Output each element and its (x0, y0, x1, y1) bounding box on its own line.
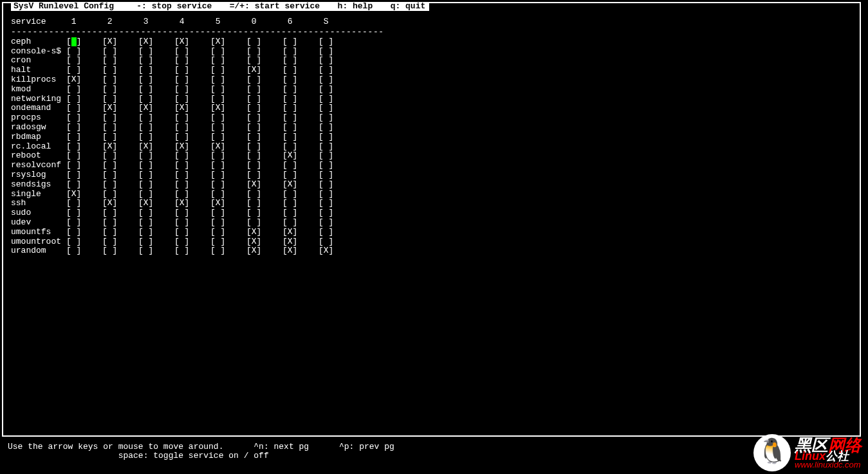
runlevel-cell[interactable]: [X] (174, 199, 210, 208)
runlevel-cell[interactable]: [ ] (174, 85, 210, 94)
runlevel-cell[interactable]: [ ] (66, 246, 102, 255)
runlevel-cell[interactable]: [ ] (174, 113, 210, 122)
runlevel-cell[interactable]: [ ] (210, 85, 246, 94)
runlevel-cell[interactable]: [ ] (138, 95, 174, 104)
runlevel-cell[interactable]: [ ] (210, 95, 246, 104)
runlevel-cell[interactable]: [ ] (66, 161, 102, 170)
runlevel-cell[interactable]: [ ] (174, 75, 210, 84)
runlevel-cell[interactable]: [X] (138, 142, 174, 151)
runlevel-cell[interactable]: [ ] (319, 180, 355, 189)
runlevel-cell[interactable]: [ ] (246, 190, 282, 199)
runlevel-cell[interactable]: [ ] (102, 95, 138, 104)
runlevel-cell[interactable]: [ ] (319, 75, 355, 84)
runlevel-cell[interactable]: [ ] (319, 85, 355, 94)
runlevel-cell[interactable]: [ ] (282, 132, 319, 141)
runlevel-cell[interactable]: [ ] (282, 56, 319, 65)
runlevel-cell[interactable]: [ ] (66, 218, 102, 227)
runlevel-cell[interactable]: [ ] (319, 123, 355, 132)
runlevel-cell[interactable]: [ ] (319, 37, 355, 46)
runlevel-cell[interactable]: [X] (282, 246, 319, 255)
runlevel-cell[interactable]: [ ] (102, 218, 138, 227)
runlevel-cell[interactable]: [ ] (282, 218, 319, 227)
runlevel-cell[interactable]: [ ] (138, 132, 174, 141)
runlevel-cell[interactable]: [ ] (210, 170, 246, 179)
runlevel-cell[interactable]: [ ] (66, 132, 102, 141)
runlevel-cell[interactable]: [ ] (66, 113, 102, 122)
runlevel-cell[interactable]: [ ] (102, 132, 138, 141)
runlevel-cell[interactable]: [ ] (210, 47, 246, 56)
runlevel-cell[interactable]: [ ] (210, 113, 246, 122)
runlevel-cell[interactable]: [X] (138, 199, 174, 208)
runlevel-cell[interactable]: [ ] (102, 208, 138, 217)
runlevel-cell[interactable]: [ ] (246, 37, 282, 46)
runlevel-cell[interactable]: [X] (282, 180, 319, 189)
service-row[interactable]: resolvconf[ ][ ][ ][ ][ ][ ][ ][ ] (11, 161, 852, 170)
runlevel-cell[interactable]: [ ] (66, 142, 102, 151)
runlevel-cell[interactable]: [ ] (282, 190, 319, 199)
runlevel-cell[interactable]: [ ] (210, 190, 246, 199)
runlevel-cell[interactable]: [X] (66, 190, 102, 199)
runlevel-cell[interactable]: [ ] (102, 113, 138, 122)
service-row[interactable]: rc.local[ ][X][X][X][X][ ][ ][ ] (11, 141, 852, 151)
service-row[interactable]: umountfs[ ][ ][ ][ ][ ][X][X][ ] (11, 228, 852, 237)
runlevel-cell[interactable]: [ ] (174, 237, 210, 246)
runlevel-cell[interactable]: [X] (282, 237, 319, 246)
service-row[interactable]: sudo[ ][ ][ ][ ][ ][ ][ ][ ] (11, 208, 852, 218)
runlevel-cell[interactable]: [ ] (66, 170, 102, 179)
runlevel-cell[interactable]: [ ] (138, 218, 174, 227)
service-row[interactable]: kmod[ ][ ][ ][ ][ ][ ][ ][ ] (11, 85, 852, 95)
runlevel-cell[interactable]: [X] (282, 151, 319, 160)
runlevel-cell[interactable]: [ ] (174, 95, 210, 104)
runlevel-cell[interactable]: [ ] (66, 228, 102, 237)
runlevel-cell[interactable]: [ ] (319, 208, 355, 217)
runlevel-cell[interactable]: [ ] (102, 180, 138, 189)
runlevel-cell[interactable]: [ ] (246, 218, 282, 227)
runlevel-cell[interactable]: [ ] (282, 104, 319, 113)
runlevel-cell[interactable]: [ ] (319, 151, 355, 160)
runlevel-cell[interactable]: [ ] (138, 170, 174, 179)
runlevel-cell[interactable]: [ ] (319, 228, 355, 237)
service-row[interactable]: rsyslog[ ][ ][ ][ ][ ][ ][ ][ ] (11, 170, 852, 180)
runlevel-cell[interactable]: [ ] (246, 170, 282, 179)
service-row[interactable]: umountroot[ ][ ][ ][ ][ ][X][X][ ] (11, 237, 852, 246)
service-row[interactable]: halt[ ][ ][ ][ ][ ][X][ ][ ] (11, 66, 852, 75)
runlevel-cell[interactable]: [X] (174, 37, 210, 46)
runlevel-cell[interactable]: [ ] (66, 208, 102, 217)
runlevel-cell[interactable]: [X] (319, 246, 355, 255)
runlevel-cell[interactable]: [ ] (246, 104, 282, 113)
service-row[interactable]: ondemand[ ][X][X][X][X][ ][ ][ ] (11, 104, 852, 113)
runlevel-cell[interactable]: [X] (66, 75, 102, 84)
runlevel-cell[interactable]: [X] (210, 199, 246, 208)
runlevel-cell[interactable]: [ ] (174, 218, 210, 227)
runlevel-cell[interactable]: [X] (246, 66, 282, 75)
runlevel-cell[interactable]: [ ] (319, 56, 355, 65)
runlevel-cell[interactable]: [ ] (102, 228, 138, 237)
runlevel-cell[interactable]: [ ] (138, 113, 174, 122)
runlevel-cell[interactable]: [ ] (174, 208, 210, 217)
service-row[interactable]: networking[ ][ ][ ][ ][ ][ ][ ][ ] (11, 94, 852, 104)
service-row[interactable]: single[X][ ][ ][ ][ ][ ][ ][ ] (11, 189, 852, 199)
runlevel-cell[interactable]: [ ] (210, 151, 246, 160)
runlevel-cell[interactable]: [ ] (319, 199, 355, 208)
runlevel-cell[interactable]: [ ] (319, 66, 355, 75)
runlevel-cell[interactable]: [ ] (210, 237, 246, 246)
runlevel-cell[interactable]: [ ] (246, 113, 282, 122)
service-row[interactable]: radosgw[ ][ ][ ][ ][ ][ ][ ][ ] (11, 123, 852, 132)
runlevel-cell[interactable]: [ ] (66, 85, 102, 94)
runlevel-cell[interactable]: [ ] (319, 190, 355, 199)
runlevel-cell[interactable]: [ ] (66, 151, 102, 160)
runlevel-cell[interactable]: [ ] (246, 142, 282, 151)
runlevel-cell[interactable]: [ ] (102, 190, 138, 199)
runlevel-cell[interactable]: [X] (174, 142, 210, 151)
runlevel-cell[interactable]: [X] (246, 246, 282, 255)
runlevel-cell[interactable]: [ ] (138, 246, 174, 255)
runlevel-cell[interactable]: [ ] (282, 161, 319, 170)
runlevel-cell[interactable]: [ ] (246, 123, 282, 132)
runlevel-cell[interactable]: [ ] (319, 47, 355, 56)
runlevel-cell[interactable]: [ ] (174, 123, 210, 132)
service-row[interactable]: reboot[ ][ ][ ][ ][ ][ ][X][ ] (11, 151, 852, 161)
runlevel-cell[interactable]: [ ] (282, 75, 319, 84)
runlevel-cell[interactable]: [X] (138, 104, 174, 113)
runlevel-cell[interactable]: [ ] (210, 161, 246, 170)
service-row[interactable]: udev[ ][ ][ ][ ][ ][ ][ ][ ] (11, 218, 852, 228)
